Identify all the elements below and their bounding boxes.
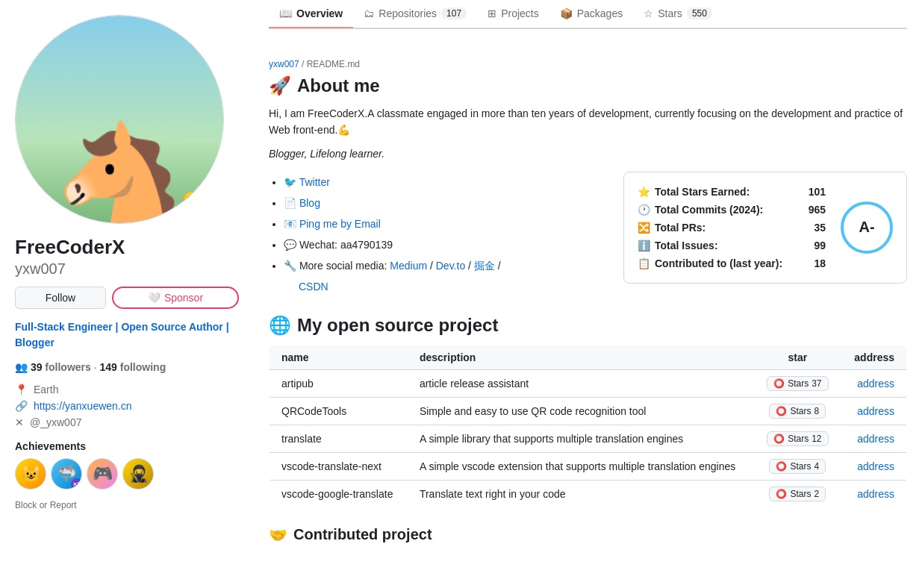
stars-button[interactable]: ⭕ Stars 37 xyxy=(767,376,828,391)
github-icon: ⭕ xyxy=(773,434,785,444)
followers-icon: 👥 xyxy=(15,361,28,373)
github-icon: ⭕ xyxy=(776,461,787,472)
followers-link[interactable]: 39 followers xyxy=(31,361,94,373)
badge-4: 🥷 xyxy=(122,458,154,490)
tab-projects[interactable]: ⊞ Projects xyxy=(477,0,549,28)
address-link[interactable]: address xyxy=(857,488,894,500)
book-icon: 📖 xyxy=(279,7,292,19)
main-content: 📖 Overview 🗂 Repositories 107 ⊞ Projects… xyxy=(254,0,922,588)
stars-button[interactable]: ⭕ Stars 4 xyxy=(769,459,826,474)
stars-button[interactable]: ⭕ Stars 8 xyxy=(769,404,826,419)
list-item: 📧 Ping me by Email xyxy=(284,213,601,234)
project-name: vscode-translate-next xyxy=(270,452,408,480)
table-row: vscode-translate-next A simple vscode ex… xyxy=(270,452,907,480)
stats-table: ⭐ Total Stars Earned: 101 🕐 Total Commit… xyxy=(638,183,826,272)
project-description: Simple and easy to use QR code recogniti… xyxy=(408,397,754,425)
medium-link[interactable]: Medium xyxy=(390,260,427,272)
address-link[interactable]: address xyxy=(857,433,894,445)
address-link[interactable]: address xyxy=(857,460,894,472)
packages-icon: 📦 xyxy=(560,7,573,19)
stars-count-badge: 550 xyxy=(687,7,712,19)
app-layout: 🐴 😊 FreeCoderX yxw007 Follow 🤍 Sponsor F… xyxy=(0,0,922,588)
stars-button[interactable]: ⭕ Stars 12 xyxy=(767,431,828,446)
twitter-link[interactable]: Twitter xyxy=(299,176,330,188)
tab-repositories[interactable]: 🗂 Repositories 107 xyxy=(353,0,477,28)
location-icon: 📍 xyxy=(15,384,28,395)
tab-packages[interactable]: 📦 Packages xyxy=(549,0,633,28)
action-buttons: Follow 🤍 Sponsor xyxy=(15,287,239,309)
project-description: Translate text right in your code xyxy=(408,480,754,507)
email-link[interactable]: Ping me by Email xyxy=(299,218,381,230)
github-icon: ⭕ xyxy=(776,406,787,416)
list-item: 🔧 More social media: Medium / Dev.to / 掘… xyxy=(284,255,601,297)
followers-info: 👥 39 followers · 149 following xyxy=(15,361,239,373)
nav-divider xyxy=(269,28,907,29)
display-name: FreeCoderX xyxy=(15,236,239,259)
about-columns: 🐦 Twitter 📄 Blog 📧 Ping me by Email xyxy=(269,172,907,297)
tab-overview[interactable]: 📖 Overview xyxy=(269,0,353,28)
project-stars: ⭕ Stars 12 xyxy=(754,425,841,452)
list-item: 🐦 Twitter xyxy=(284,172,601,193)
blog-link[interactable]: Blog xyxy=(299,197,320,209)
badge-1: 😺 xyxy=(15,458,46,490)
stats-row-stars: ⭐ Total Stars Earned: 101 xyxy=(638,183,826,201)
address-link[interactable]: address xyxy=(857,378,894,390)
location-item: 📍 Earth xyxy=(15,384,239,395)
address-link[interactable]: address xyxy=(857,405,894,417)
github-icon: ⭕ xyxy=(776,489,787,499)
badge-2: 🦈 ×2 xyxy=(51,458,82,490)
website-item: 🔗 https://yanxuewen.cn xyxy=(15,400,239,412)
stats-row-contributed: 📋 Contributed to (last year): 18 xyxy=(638,254,826,272)
project-name: vscode-google-translate xyxy=(270,480,408,507)
bird-icon: 🐦 xyxy=(284,176,296,188)
col-description: description xyxy=(408,345,754,369)
project-stars: ⭕ Stars 8 xyxy=(754,397,841,425)
juejin-link[interactable]: 掘金 xyxy=(474,260,495,272)
nav-tabs: 📖 Overview 🗂 Repositories 107 ⊞ Projects… xyxy=(269,0,907,28)
project-description: article release assistant xyxy=(408,369,754,397)
col-name: name xyxy=(270,345,408,369)
tab-stars[interactable]: ☆ Stars 550 xyxy=(633,0,723,28)
link-icon: 🔗 xyxy=(15,400,28,412)
devto-link[interactable]: Dev.to xyxy=(436,260,465,272)
open-source-section: 🌐 My open source project name descriptio… xyxy=(269,315,907,508)
project-description: A simple vscode extension that supports … xyxy=(408,452,754,480)
follow-button[interactable]: Follow xyxy=(15,287,106,309)
stats-row-prs: 🔀 Total PRs: 35 xyxy=(638,219,826,237)
rocket-icon: 🚀 xyxy=(269,75,291,96)
social-links-list: 🐦 Twitter 📄 Blog 📧 Ping me by Email xyxy=(269,172,601,297)
project-name: translate xyxy=(270,425,408,452)
tools-icon: 🔧 xyxy=(284,260,296,272)
avatar: 🐴 😊 xyxy=(15,15,224,224)
stats-row-commits: 🕐 Total Commits (2024): 965 xyxy=(638,201,826,219)
project-address: address xyxy=(841,452,907,480)
csdn-link[interactable]: CSDN xyxy=(299,281,328,293)
website-link[interactable]: https://yanxuewen.cn xyxy=(34,400,132,412)
tagline: Blogger, Lifelong learner. xyxy=(269,148,907,160)
stats-box: ⭐ Total Stars Earned: 101 🕐 Total Commit… xyxy=(623,172,907,284)
stats-row-issues: ℹ️ Total Issues: 99 xyxy=(638,237,826,254)
achievements-title: Achievements xyxy=(15,440,239,452)
stars-button[interactable]: ⭕ Stars 2 xyxy=(769,487,826,501)
project-stars: ⭕ Stars 37 xyxy=(754,369,841,397)
breadcrumb-user[interactable]: yxw007 xyxy=(269,59,299,69)
projects-table-head: name description star address xyxy=(270,345,907,369)
projects-icon: ⊞ xyxy=(488,7,496,19)
badge-3: 🎮 xyxy=(87,458,118,490)
sponsor-button[interactable]: 🤍 Sponsor xyxy=(112,287,239,309)
project-address: address xyxy=(841,480,907,507)
chat-icon: 💬 xyxy=(284,239,296,251)
github-icon: ⭕ xyxy=(773,378,785,389)
email-icon: 📧 xyxy=(284,218,296,230)
following-link[interactable]: 149 following xyxy=(100,361,166,373)
list-item: 💬 Wechat: aa4790139 xyxy=(284,234,601,255)
col-star: star xyxy=(754,345,841,369)
open-source-title: 🌐 My open source project xyxy=(269,315,907,336)
projects-table-body: artipub article release assistant ⭕ Star… xyxy=(270,369,907,507)
projects-table: name description star address artipub ar… xyxy=(269,345,907,508)
twitter-item: ✕ @_yxw007 xyxy=(15,416,239,428)
commits-icon: 🕐 xyxy=(638,204,650,216)
block-report-link[interactable]: Block or Report xyxy=(15,500,239,510)
project-description: A simple library that supports multiple … xyxy=(408,425,754,452)
project-address: address xyxy=(841,425,907,452)
